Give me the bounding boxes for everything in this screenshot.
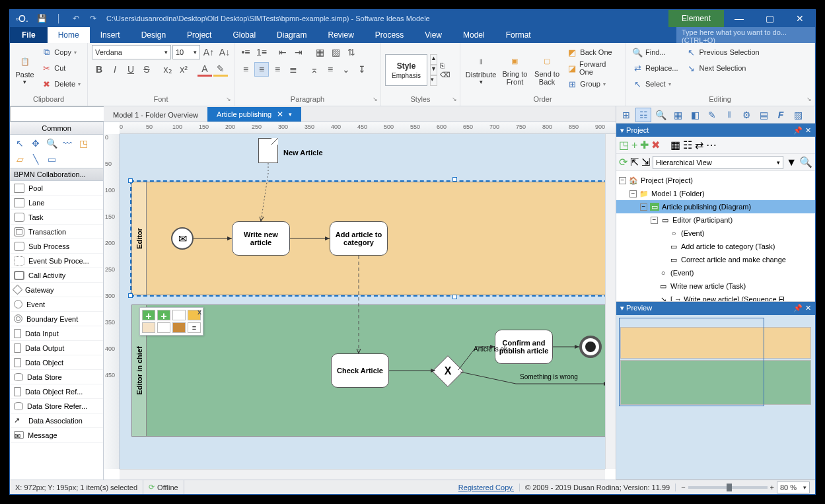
next-selection-button[interactable]: ↘Next Selection	[684, 61, 762, 75]
qat-undo-icon[interactable]: ↶	[68, 11, 84, 26]
font-family-combo[interactable]: Verdana▾	[92, 45, 171, 59]
tool-lane[interactable]: Lane	[10, 196, 103, 210]
tool-data-object-ref[interactable]: Data Object Ref...	[10, 384, 103, 399]
pt-search-icon[interactable]: 🔍	[799, 156, 812, 168]
pt-tree-icon[interactable]: ☷	[683, 139, 692, 151]
font-dialog-launcher-icon[interactable]: ↘	[226, 96, 231, 102]
increase-font-icon[interactable]: A↑	[201, 45, 216, 59]
swatch-3[interactable]	[172, 322, 186, 333]
bold-button[interactable]: B	[92, 62, 106, 77]
preview-viewport[interactable]	[616, 315, 815, 480]
style-scroll-up-icon[interactable]: ▲	[430, 54, 437, 65]
menu-tab-home[interactable]: Home	[48, 27, 90, 43]
delete-button[interactable]: ✖Delete▾	[38, 77, 83, 91]
swatch-lines-icon[interactable]: ≡	[188, 322, 201, 333]
search-box[interactable]: Type here what you want to do... (CTRL+Q…	[676, 27, 815, 43]
tool-pool[interactable]: Pool	[10, 181, 103, 196]
zoom-out-button[interactable]: −	[681, 484, 685, 491]
tool-event-subprocess[interactable]: Event Sub Proce...	[10, 254, 103, 268]
tool-boundary-event[interactable]: Boundary Event	[10, 312, 103, 326]
task-write-new-article[interactable]: Write new article	[232, 221, 290, 256]
underline-button[interactable]: U	[124, 62, 138, 77]
italic-button[interactable]: I	[108, 62, 122, 77]
pt-link-icon[interactable]: ⇄	[695, 139, 703, 151]
line-tool-icon[interactable]: ╲	[30, 153, 42, 165]
pt-new-icon[interactable]: ◳	[619, 139, 629, 151]
valign-bot-button[interactable]: ⌄	[339, 62, 353, 77]
tool-gateway[interactable]: Gateway	[10, 283, 103, 297]
popup-add-icon[interactable]: +	[142, 310, 155, 320]
shading-button[interactable]: ▨	[328, 45, 343, 59]
note-tool-icon[interactable]: ▱	[14, 153, 26, 165]
tab-dropdown-icon[interactable]: ▾	[289, 111, 292, 118]
valign-mid-button[interactable]: ≡	[323, 62, 338, 77]
tree-toggle[interactable]: −	[651, 217, 658, 224]
strike-button[interactable]: S	[139, 62, 154, 77]
project-view-combo[interactable]: Hierarchical View▾	[653, 156, 783, 169]
pt-more-icon[interactable]: ⋯	[706, 139, 717, 151]
tool-subprocess[interactable]: Sub Process	[10, 239, 103, 254]
rp-icon1[interactable]: ⊞	[618, 108, 634, 122]
menu-tab-review[interactable]: Review	[317, 27, 364, 43]
highlight-color-button[interactable]: ✎	[213, 62, 228, 77]
rp-icon6[interactable]: ✎	[704, 108, 720, 122]
popup-close-icon[interactable]: x	[197, 308, 201, 316]
rp-icon4[interactable]: ▦	[670, 108, 686, 122]
bring-front-button[interactable]: ▣Bring to Front	[500, 45, 530, 92]
forward-one-button[interactable]: ◪Forward One	[564, 61, 621, 75]
data-object-new-article[interactable]	[258, 138, 278, 163]
tool-task[interactable]: Task	[10, 210, 103, 225]
select-button[interactable]: ↖Select▾	[629, 77, 681, 91]
decrease-font-icon[interactable]: A↓	[217, 45, 232, 59]
zoom-slider[interactable]	[688, 486, 768, 489]
window-close-button[interactable]: ✕	[785, 10, 815, 27]
find-button[interactable]: 🔍Find...	[629, 45, 681, 59]
paste-button[interactable]: 📋 Paste▾	[14, 45, 36, 92]
prev-selection-button[interactable]: ↖Previous Selection	[684, 45, 762, 59]
tool-data-input[interactable]: Data Input	[10, 326, 103, 341]
cut-button[interactable]: ✂Cut	[38, 61, 83, 75]
tool-message[interactable]: ✉Message	[10, 428, 103, 443]
popup-doc-icon[interactable]	[172, 310, 186, 320]
copy-button[interactable]: ⧉Copy▾	[38, 45, 83, 59]
sel-handle[interactable]	[128, 178, 133, 183]
container-tool-icon[interactable]: ◳	[77, 137, 89, 149]
rect-tool-icon[interactable]: ▭	[46, 153, 57, 165]
zoom-in-button[interactable]: +	[770, 484, 774, 491]
rp-icon9[interactable]: ▤	[756, 108, 771, 122]
task-add-article[interactable]: Add article to category	[330, 221, 388, 256]
bullets-button[interactable]: •≡	[238, 45, 253, 59]
panel-pin-icon[interactable]: 📌	[793, 126, 803, 135]
send-back-button[interactable]: ▢Send to Back	[532, 45, 562, 92]
font-size-combo[interactable]: 10▾	[172, 45, 200, 59]
canvas-scrollbar-vertical[interactable]	[605, 134, 616, 469]
style-gallery-item[interactable]: Style Emphasis	[385, 54, 427, 86]
task-check-article[interactable]: Check Article	[331, 353, 389, 388]
sel-handle[interactable]	[128, 293, 133, 298]
menu-tab-view[interactable]: View	[414, 27, 452, 43]
style-clear-icon[interactable]: ⌫	[440, 71, 450, 79]
tool-data-object[interactable]: Data Object	[10, 355, 103, 370]
group-button[interactable]: ⊞Group▾	[564, 77, 621, 91]
qat-save-icon[interactable]: 💾	[34, 11, 50, 26]
popup-add2-icon[interactable]: +	[157, 310, 170, 320]
zoom-tool-icon[interactable]: 🔍	[46, 137, 57, 149]
font-color-button[interactable]: A	[197, 62, 212, 77]
project-panel-caret[interactable]: ▾	[620, 126, 624, 134]
align-center-button[interactable]: ≡	[254, 62, 269, 77]
style-scroll-down-icon[interactable]: ▼	[430, 65, 437, 75]
tree-toggle[interactable]: −	[619, 177, 626, 184]
replace-button[interactable]: ⇄Replace...	[629, 61, 681, 75]
pt-collapse-icon[interactable]: ⇱	[630, 156, 639, 168]
styles-dialog-launcher-icon[interactable]: ↘	[452, 96, 457, 102]
project-tree[interactable]: −🏠Project (Project) −📁Model 1 (Folder) −…	[616, 171, 815, 301]
line-spacing-button[interactable]: ↧	[355, 62, 369, 77]
align-right-button[interactable]: ≡	[270, 62, 285, 77]
pt-refresh-icon[interactable]: ⟳	[619, 156, 628, 168]
menu-tab-insert[interactable]: Insert	[90, 27, 131, 43]
context-tab-element[interactable]: Element	[668, 10, 724, 27]
valign-top-button[interactable]: ⌅	[307, 62, 322, 77]
menu-tab-format[interactable]: Format	[495, 27, 542, 43]
swatch-2[interactable]	[157, 322, 170, 333]
hand-tool-icon[interactable]: ✥	[30, 137, 42, 149]
